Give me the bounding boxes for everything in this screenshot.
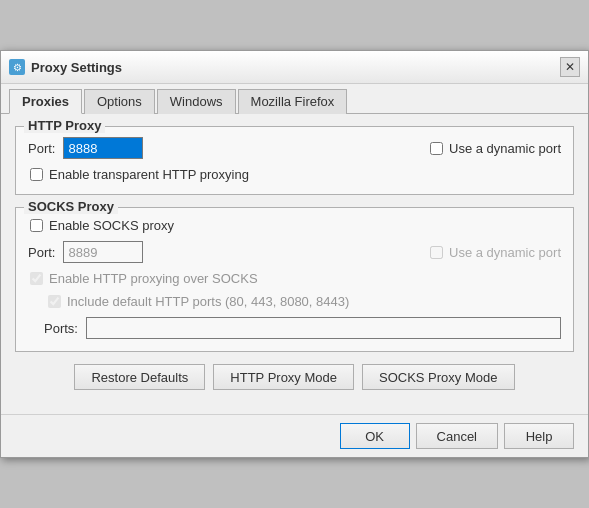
socks-port-label: Port: [28,245,55,260]
http-dynamic-port-checkbox[interactable] [430,142,443,155]
socks-proxy-mode-button[interactable]: SOCKS Proxy Mode [362,364,515,390]
socks-enable-label: Enable SOCKS proxy [49,218,174,233]
socks-include-default-row: Include default HTTP ports (80, 443, 808… [28,294,561,309]
window-title: Proxy Settings [31,60,122,75]
http-dynamic-port-row: Use a dynamic port [430,141,561,156]
socks-dynamic-port-row: Use a dynamic port [430,245,561,260]
http-port-label: Port: [28,141,55,156]
http-proxy-mode-button[interactable]: HTTP Proxy Mode [213,364,354,390]
socks-include-default-label: Include default HTTP ports (80, 443, 808… [67,294,349,309]
close-button[interactable]: ✕ [560,57,580,77]
tab-bar: Proxies Options Windows Mozilla Firefox [1,84,588,114]
socks-ports-row: Ports: [28,317,561,339]
tab-options[interactable]: Options [84,89,155,114]
socks-dynamic-port-label: Use a dynamic port [449,245,561,260]
socks-ports-label: Ports: [44,321,78,336]
title-bar: ⚙ Proxy Settings ✕ [1,51,588,84]
http-proxy-title: HTTP Proxy [24,118,105,133]
socks-dynamic-port-checkbox[interactable] [430,246,443,259]
tab-proxies[interactable]: Proxies [9,89,82,114]
tab-windows[interactable]: Windows [157,89,236,114]
socks-enable-checkbox[interactable] [30,219,43,232]
socks-port-input[interactable] [63,241,143,263]
socks-ports-input[interactable] [86,317,561,339]
socks-enable-row: Enable SOCKS proxy [28,218,561,233]
http-port-row: Port: Use a dynamic port [28,137,561,159]
http-proxy-section: HTTP Proxy Port: Use a dynamic port Enab… [15,126,574,195]
ok-button[interactable]: OK [340,423,410,449]
tab-mozilla-firefox[interactable]: Mozilla Firefox [238,89,348,114]
cancel-button[interactable]: Cancel [416,423,498,449]
http-transparent-checkbox[interactable] [30,168,43,181]
socks-proxy-section: SOCKS Proxy Enable SOCKS proxy Port: Use… [15,207,574,352]
restore-defaults-button[interactable]: Restore Defaults [74,364,205,390]
http-transparent-label: Enable transparent HTTP proxying [49,167,249,182]
socks-http-over-socks-label: Enable HTTP proxying over SOCKS [49,271,258,286]
title-bar-left: ⚙ Proxy Settings [9,59,122,75]
proxy-settings-window: ⚙ Proxy Settings ✕ Proxies Options Windo… [0,50,589,458]
footer: OK Cancel Help [1,414,588,457]
socks-proxy-title: SOCKS Proxy [24,199,118,214]
socks-http-over-socks-row: Enable HTTP proxying over SOCKS [28,271,561,286]
socks-include-default-checkbox[interactable] [48,295,61,308]
tab-content: HTTP Proxy Port: Use a dynamic port Enab… [1,114,588,414]
action-button-row: Restore Defaults HTTP Proxy Mode SOCKS P… [15,364,574,390]
socks-port-row: Port: Use a dynamic port [28,241,561,263]
http-dynamic-port-label: Use a dynamic port [449,141,561,156]
help-button[interactable]: Help [504,423,574,449]
socks-http-over-socks-checkbox[interactable] [30,272,43,285]
http-transparent-row: Enable transparent HTTP proxying [28,167,561,182]
window-icon: ⚙ [9,59,25,75]
http-port-input[interactable] [63,137,143,159]
